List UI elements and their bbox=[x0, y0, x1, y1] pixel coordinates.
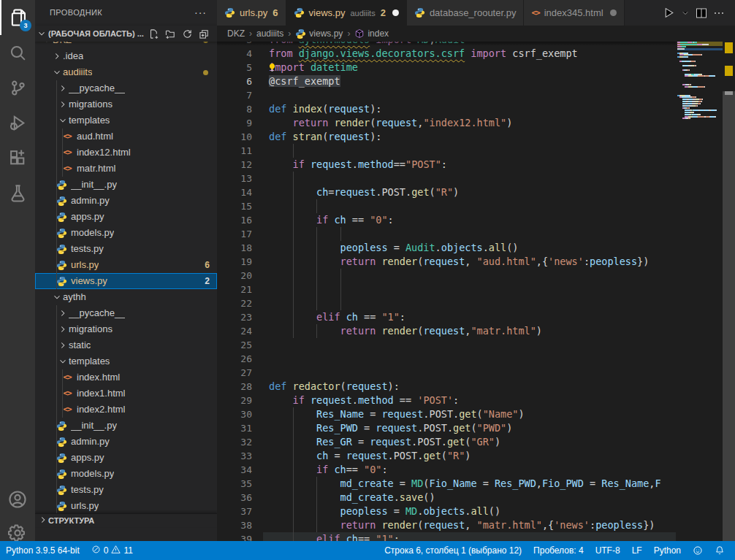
code-line-5: 5import datetime bbox=[217, 61, 676, 74]
breadcrumb-item-DKZ[interactable]: DKZ bbox=[227, 28, 245, 39]
tree-item-static[interactable]: static bbox=[35, 337, 217, 353]
scrollbar-thumb[interactable] bbox=[723, 91, 735, 541]
line-number: 3 bbox=[217, 42, 252, 47]
run-icon[interactable] bbox=[661, 5, 677, 20]
chevron-down-icon bbox=[57, 356, 69, 367]
refresh-explorer-icon[interactable] bbox=[182, 28, 193, 39]
notifications-bell-icon[interactable] bbox=[709, 541, 731, 560]
tree-item-views.py[interactable]: views.py2 bbox=[35, 273, 217, 289]
new-folder-icon[interactable] bbox=[165, 28, 176, 39]
tree-indent-guide bbox=[56, 80, 57, 289]
activitybar-source-control-icon[interactable] bbox=[0, 70, 35, 105]
tree-item-models.py[interactable]: models.py bbox=[35, 466, 217, 482]
tree-item-label: static bbox=[69, 337, 91, 353]
outline-section-header[interactable]: СТРУКТУРА bbox=[35, 513, 217, 527]
workspace-section-header[interactable]: (РАБОЧАЯ ОБЛАСТЬ) ... bbox=[35, 26, 217, 42]
cursor-position[interactable]: Строка 6, столбец 1 (выбрано 12) bbox=[378, 541, 528, 560]
tree-item-templates[interactable]: templates bbox=[35, 112, 217, 129]
tree-item-audiiits[interactable]: audiiits bbox=[35, 64, 217, 80]
split-editor-icon[interactable] bbox=[694, 6, 709, 20]
chevron-down-icon bbox=[41, 42, 53, 45]
code-line-6: 6@csrf_exempt bbox=[217, 74, 676, 88]
line-number: 12 bbox=[217, 158, 252, 172]
tree-item-.idea[interactable]: .idea bbox=[35, 48, 217, 64]
encoding[interactable]: UTF-8 bbox=[590, 541, 626, 560]
new-file-icon[interactable] bbox=[148, 28, 159, 39]
breadcrumb-item-views.py[interactable]: views.py bbox=[295, 28, 343, 39]
tab-index345.html[interactable]: <> index345.html bbox=[524, 0, 624, 26]
python-file-icon bbox=[56, 453, 67, 464]
vscode-window: 3 ПРОВОДНИК ··· (РАБОЧАЯ ОБЛАСТЬ) ... DK… bbox=[0, 0, 735, 560]
tree-item-urls.py[interactable]: urls.py bbox=[35, 498, 217, 514]
python-file-icon bbox=[56, 196, 67, 207]
scrollbar[interactable] bbox=[723, 42, 735, 541]
breadcrumb-item-audiiits[interactable]: audiiits bbox=[256, 28, 283, 39]
tree-item-label: apps.py bbox=[71, 450, 104, 466]
chevron-right-icon bbox=[38, 515, 48, 526]
more-actions-icon[interactable] bbox=[712, 6, 726, 20]
collapse-folders-icon[interactable] bbox=[199, 28, 210, 39]
tree-item-tests.py[interactable]: tests.py bbox=[35, 482, 217, 498]
code-line-25: 25 bbox=[217, 338, 676, 352]
code-line-37: 37 peopless = MD.objects.all() bbox=[217, 505, 676, 518]
code-line-27: 27 bbox=[217, 366, 676, 380]
tree-item-templates[interactable]: templates bbox=[35, 353, 217, 369]
activitybar-extensions-icon[interactable] bbox=[0, 140, 35, 175]
line-number: 18 bbox=[217, 241, 252, 255]
minimap-line bbox=[677, 118, 723, 120]
activitybar-account-icon[interactable] bbox=[0, 482, 35, 517]
line-number: 9 bbox=[217, 116, 252, 130]
code-line-16: 16 if ch == "0": bbox=[217, 213, 676, 227]
tree-item-admin.py[interactable]: admin.py bbox=[35, 434, 217, 450]
unsaved-dot-icon[interactable] bbox=[392, 9, 399, 16]
tab-views.py[interactable]: views.pyaudiiits2 bbox=[286, 0, 407, 26]
activitybar-search-icon[interactable] bbox=[0, 35, 35, 70]
code-editor[interactable]: 3from aythh.models import MD,Audit4from … bbox=[217, 42, 735, 541]
activitybar-explorer-icon[interactable]: 3 bbox=[0, 0, 35, 35]
tree-item-models.py[interactable]: models.py bbox=[35, 225, 217, 241]
minimap[interactable] bbox=[676, 42, 723, 541]
python-interpreter[interactable]: Python 3.9.5 64-bit bbox=[0, 541, 85, 560]
tree-item-label: tests.py bbox=[71, 241, 104, 257]
tree-item-DKZ[interactable]: DKZ bbox=[35, 42, 217, 48]
tree-item-label: admin.py bbox=[71, 193, 110, 209]
python-icon bbox=[295, 28, 306, 39]
code-line-20: 20 bbox=[217, 269, 676, 283]
line-number: 4 bbox=[217, 47, 252, 61]
unsaved-dot-icon[interactable] bbox=[610, 9, 617, 16]
tree-item-__init__.py[interactable]: __init__.py bbox=[35, 418, 217, 434]
language-mode[interactable]: Python bbox=[648, 541, 687, 560]
tree-item-urls.py[interactable]: urls.py6 bbox=[35, 257, 217, 273]
tab-urls.py[interactable]: urls.py6 bbox=[217, 0, 286, 26]
lightbulb-icon[interactable] bbox=[267, 62, 277, 76]
tree-item-migrations[interactable]: migrations bbox=[35, 321, 217, 337]
tree-item-label: templates bbox=[69, 353, 110, 369]
warning-icon bbox=[111, 545, 121, 556]
tree-item-tests.py[interactable]: tests.py bbox=[35, 241, 217, 257]
tree-item-__pycache__[interactable]: __pycache__ bbox=[35, 305, 217, 321]
run-dropdown-icon[interactable] bbox=[679, 7, 691, 19]
code-line-36: 36 md_create.save() bbox=[217, 491, 676, 505]
tree-item-aythh[interactable]: aythh bbox=[35, 289, 217, 305]
breadcrumb-item-index[interactable]: index bbox=[354, 28, 389, 39]
tree-item-migrations[interactable]: migrations bbox=[35, 96, 217, 112]
tree-item-admin.py[interactable]: admin.py bbox=[35, 193, 217, 209]
tree-item-__init__.py[interactable]: __init__.py bbox=[35, 177, 217, 193]
indentation[interactable]: Пробелов: 4 bbox=[528, 541, 590, 560]
tree-item-apps.py[interactable]: apps.py bbox=[35, 450, 217, 466]
code-line-21: 21 bbox=[217, 283, 676, 296]
activitybar-run-and-debug-icon[interactable] bbox=[0, 105, 35, 140]
tree-item-__pycache__[interactable]: __pycache__ bbox=[35, 80, 217, 96]
line-number: 31 bbox=[217, 421, 252, 435]
feedback-icon[interactable] bbox=[687, 541, 709, 560]
tree-item-apps.py[interactable]: apps.py bbox=[35, 209, 217, 225]
line-number: 20 bbox=[217, 269, 252, 283]
tree-item-label: __init__.py bbox=[71, 418, 117, 434]
eol-sequence[interactable]: LF bbox=[626, 541, 648, 560]
tab-database_roouter.py[interactable]: database_roouter.py bbox=[407, 0, 525, 26]
explorer-more-icon[interactable]: ··· bbox=[194, 0, 207, 26]
chevron-down-icon bbox=[51, 292, 63, 302]
problems-status[interactable]: 0 11 bbox=[85, 541, 139, 560]
activitybar-testing-icon[interactable] bbox=[0, 175, 35, 210]
line-number: 32 bbox=[217, 435, 252, 449]
